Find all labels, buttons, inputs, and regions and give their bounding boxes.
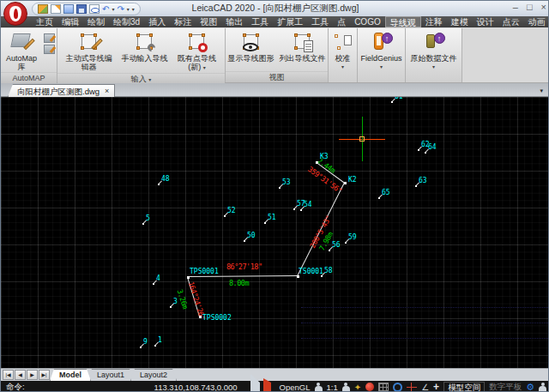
grid-toggle-icon[interactable] [378,383,389,392]
ribbon-tab-导线观[interactable]: 导线观 [385,16,421,27]
point-label[interactable]: 5 [146,214,150,222]
ribbon-tab-注释[interactable]: 注释 [421,16,447,27]
point-label[interactable]: 51 [268,214,276,221]
prev-tab-icon[interactable]: ◀ [15,370,26,380]
ribbon-tab-动画[interactable]: 动画 [524,16,549,27]
manual-input-traverse-button[interactable]: 手动输入导线 [119,30,171,63]
ribbon-tab-点云[interactable]: 点云 [498,16,524,27]
raw-data-file-button[interactable]: ↑ 原始数据文件 ▾ [409,30,459,72]
point-label[interactable]: 56 [332,241,341,249]
next-tab-icon[interactable]: ▶ [27,370,38,380]
fieldgenius-button[interactable]: ↑ FieldGenius ▾ [359,30,403,72]
ribbon-tab-建模[interactable]: 建模 [447,16,473,27]
traverse-line[interactable] [188,275,298,277]
station-marker[interactable] [344,182,347,184]
station-marker[interactable] [316,161,318,164]
tab-list-dropdown-icon[interactable]: ▾ [540,87,543,94]
existing-points-traverse-button[interactable]: 既有点导线 (新) ▾ [172,30,222,73]
layout-tab-layout1[interactable]: Layout1 [87,369,134,381]
model-space-button[interactable]: 模型空间 [443,382,485,392]
first-tab-icon[interactable]: |◀ [3,370,14,380]
ribbon-tab-bar: 主页编辑绘制绘制3d插入标注视图输出工具扩展工工具点COGO导线观注释建模设计点… [1,16,549,27]
ribbon-tab-绘制[interactable]: 绘制 [83,16,109,27]
point-label[interactable]: 61 [395,97,403,100]
document-tab[interactable]: 向阳村棚户区测图.dwg × [8,84,115,97]
point-label[interactable]: 1 [158,336,162,344]
station-label[interactable]: TS0001 [299,268,323,275]
annotation-scale-label[interactable]: 1:1 [327,383,338,392]
draft-triangle-icon[interactable] [250,383,261,392]
ribbon-tab-绘制3d[interactable]: 绘制3d [109,16,144,27]
station-label[interactable]: TPS0002 [202,314,232,322]
automap-library-button[interactable]: AutoMap库 [1,30,42,72]
gear-icon[interactable]: ⚙ [526,382,534,392]
point-label[interactable]: 58 [324,267,333,274]
annotation-person-icon[interactable] [315,383,323,392]
point-label[interactable]: 50 [247,232,256,239]
last-tab-icon[interactable]: ▶| [39,370,50,380]
grid-dotted-line [301,338,549,339]
document-close-icon[interactable]: × [105,85,109,98]
ribbon-tab-视图[interactable]: 视图 [196,16,221,27]
point-label[interactable]: 9 [143,338,148,346]
maximize-button[interactable]: □ [527,2,533,12]
station-marker[interactable] [199,316,202,318]
ribbon-tab-COGO[interactable]: COGO [350,16,385,27]
opengl-label[interactable]: OpenGL [280,383,311,392]
point-label[interactable]: 4 [156,274,160,282]
ribbon-tab-扩展工[interactable]: 扩展工 [273,16,307,27]
snap-crosshair-icon[interactable] [407,383,417,392]
active-traverse-editor-button[interactable]: 主动式导线编辑器 [61,30,118,72]
star-icon[interactable]: ✦ [354,383,361,392]
distance-annotation[interactable]: 8.00m [229,279,249,287]
station-marker[interactable] [297,275,299,278]
ribbon-tab-工具[interactable]: 工具 [307,16,333,27]
ribbon-tab-插入[interactable]: 插入 [144,16,170,27]
ribbon-panel-calibrate: 校准 ▾ [329,28,358,82]
station-marker[interactable] [187,276,190,279]
ribbon-tab-输出[interactable]: 输出 [221,16,247,27]
ribbon-tab-工具[interactable]: 工具 [247,16,273,27]
automap-small-icon-1[interactable] [44,33,55,43]
user-icon[interactable] [539,383,546,392]
point-label[interactable]: 63 [419,177,427,184]
command-prompt[interactable]: 命令: [6,382,25,392]
angle-annotation[interactable]: 86°27'18" [226,262,262,271]
angle-icon[interactable]: ∠ [421,383,429,392]
ribbon-tab-标注[interactable]: 标注 [170,16,196,27]
calibrate-button[interactable]: 校准 ▾ [330,30,356,72]
point-label[interactable]: 52 [227,207,236,214]
red-arrow-icon[interactable] [265,383,275,392]
coordinates-readout[interactable]: 113.310,108.743,0.000 [154,383,238,392]
station-label[interactable]: TPS0001 [190,268,219,275]
station-label[interactable]: K3 [320,153,329,160]
station-label[interactable]: K2 [348,176,357,184]
plus-icon[interactable]: + [433,383,439,392]
trace-icon[interactable] [365,383,374,391]
close-button[interactable]: × [541,2,546,12]
ribbon-tab-主页[interactable]: 主页 [32,16,57,27]
chevron-down-icon: ▾ [203,65,206,70]
digitizer-button[interactable]: 数字平板 [489,382,522,392]
clock-icon[interactable] [393,383,402,392]
leica-logo-icon[interactable] [3,2,27,26]
drawing-canvas[interactable]: 2.44m359°31'56"200°5'43"7.98m86°27'18"8.… [1,97,549,368]
ribbon-tab-编辑[interactable]: 编辑 [57,16,83,27]
point-label[interactable]: 3 [173,298,178,305]
point-label[interactable]: 53 [282,178,291,186]
point-label[interactable]: 59 [348,233,357,241]
minimize-button[interactable]: – [513,2,518,12]
show-traverse-graphic-button[interactable]: 显示导线图形 [226,30,276,63]
list-traverse-file-button[interactable]: 列出导线文件 [278,30,328,63]
point-label[interactable]: 54 [304,201,312,208]
person-icon[interactable] [342,383,350,392]
ribbon-tab-设计[interactable]: 设计 [473,16,498,27]
point-label[interactable]: 64 [428,143,437,151]
traverse-editor-icon [78,31,100,53]
layout-tab-layout2[interactable]: Layout2 [130,369,177,381]
ribbon-tab-点[interactable]: 点 [333,16,350,27]
point-label[interactable]: 65 [382,189,390,196]
automap-small-icon-2[interactable] [44,45,55,54]
layout-tab-model[interactable]: Model [50,369,91,381]
point-label[interactable]: 48 [161,175,170,183]
